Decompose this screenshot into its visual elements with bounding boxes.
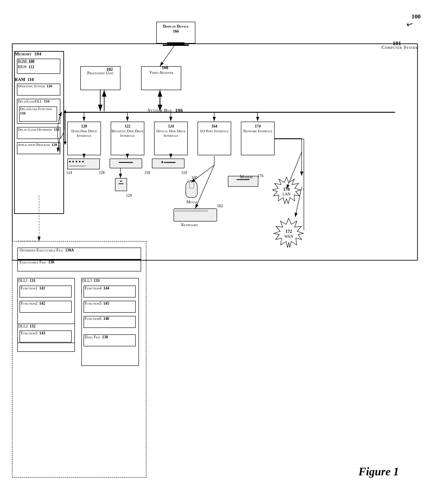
wan-starburst-icon: 172 WAN	[272, 217, 305, 250]
display-label: Display Device 166	[157, 22, 195, 34]
memory-label: Memory 104	[15, 51, 42, 56]
keyboard-number: 162	[217, 204, 223, 208]
pu-label: Processing Unit	[82, 71, 118, 76]
odd-interface-box: 124 Optical Disk Drive Interface	[154, 122, 188, 155]
processing-unit-box	[80, 66, 120, 90]
keyboard-label: Keyboard	[181, 223, 198, 227]
dlo-label: Delay-Load Optimizer 150	[18, 127, 59, 132]
fn2-label: Function2 142	[21, 301, 45, 306]
floppy-number: 129	[126, 193, 132, 198]
fn4-label: Function4 144	[85, 286, 109, 291]
va-number: 168	[162, 65, 168, 70]
ref-100: 100	[412, 13, 421, 20]
lan-starburst-icon: 170 LAN	[271, 176, 302, 206]
fn5-label: Function5 145	[85, 301, 109, 306]
svg-text:170: 170	[283, 187, 290, 191]
ef-label: Executable File 130	[20, 260, 54, 265]
odd-drive-icon: ◉ ▬▬▬▬	[152, 158, 185, 168]
fn3-label: Function3 143	[21, 331, 45, 336]
figure-label: Figure 1	[359, 465, 399, 478]
svg-text:LAN: LAN	[283, 192, 291, 196]
os-label: Operating System 126	[18, 84, 52, 88]
dll3-label: DLL3 133	[82, 278, 100, 283]
video-adapter-box	[141, 66, 181, 90]
system-bus-line	[65, 112, 395, 113]
net-interface-box: 174 Network Interface	[241, 122, 274, 155]
odd-drive-number: 118	[144, 170, 150, 175]
keyboard-icon	[174, 208, 217, 222]
dll2-label: DLL2 132	[18, 324, 36, 329]
memory-number: 104	[34, 51, 42, 56]
ram-label: RAM 110	[15, 77, 34, 82]
mouse-icon	[186, 180, 197, 198]
mdd-drive-icon: ▬▬▬▬▬	[110, 158, 142, 168]
bios-label: BIOS 112	[18, 65, 34, 69]
hdd-drive-number: 114	[66, 170, 72, 175]
computer-system-label: Computer System	[382, 45, 418, 50]
fn1-label: Function1 141	[21, 286, 45, 291]
rom-label: ROM 108	[18, 59, 34, 64]
hdd-drive-icon: ■ ■ ■ ■ ■ ══════════	[67, 158, 100, 169]
memory-text: Memory	[15, 51, 32, 56]
oef-label: Optimized Executable File 130A	[20, 248, 74, 253]
system-bus-label: System Bus 106	[148, 108, 183, 113]
diagram-container: 100 ↙ 101 Computer System Memory 104 ROM…	[0, 0, 438, 504]
display-box: Display Device 166	[156, 22, 195, 44]
fn6-label: Function6 146	[85, 316, 109, 321]
mdd-drive-number: 128	[99, 170, 105, 175]
svg-text:172: 172	[285, 229, 292, 234]
delayloadfn-label: DelayLoad Function 156	[20, 107, 52, 115]
modem-label: Modem	[240, 174, 253, 179]
hdd-interface-box: 120 Hard Disk Drive Interface	[67, 122, 101, 155]
mdd-interface-box: 122 Magnetic Disk Drive Interface	[111, 122, 144, 155]
app-label: Application Program 128	[18, 143, 57, 147]
arrow-100-icon: ↙	[405, 18, 415, 30]
modem-number: 176	[258, 174, 263, 178]
mouse-number: 160	[191, 175, 197, 180]
svg-text:WAN: WAN	[284, 234, 293, 239]
va-label: Video Adapter	[143, 70, 180, 75]
monitor-base-icon	[163, 45, 189, 46]
odd-drive-number2: 119	[181, 170, 187, 175]
df-label: Data File 138	[85, 335, 108, 339]
mouse-label: Mouse	[182, 200, 202, 204]
dll1-label: DLL1 131	[18, 278, 36, 283]
delayloaddll-label: DelayLoadDLL 154	[18, 99, 49, 104]
io-interface-box: 164 I/O Port Interface	[197, 122, 231, 155]
floppy-icon: ▬▬▬	[115, 178, 127, 191]
